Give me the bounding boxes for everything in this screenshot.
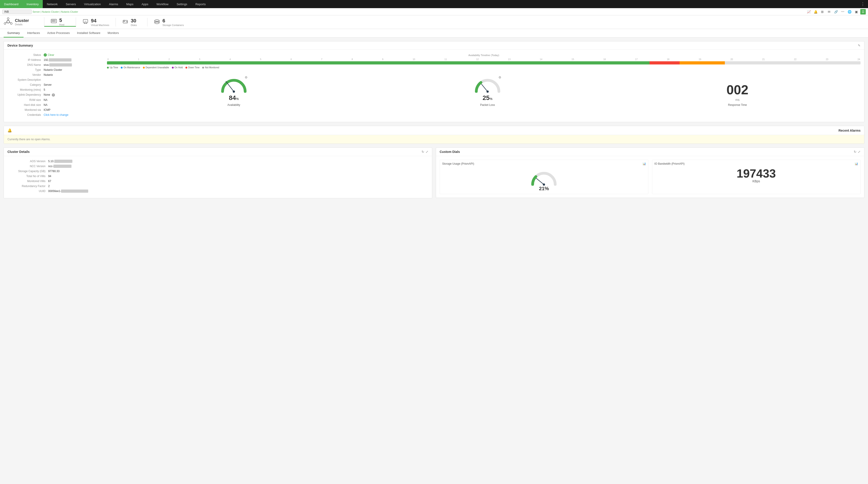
header-right-icons: 📈 🔔 ⊞ ✉ 🔗 〰 🌐 ▣ ☰	[806, 9, 866, 14]
chart-icon[interactable]: 📈	[806, 9, 811, 14]
cluster-header: Cluster Details 5 Host	[0, 16, 868, 29]
svg-point-3	[10, 23, 12, 24]
tab-monitors[interactable]: Monitors	[104, 29, 123, 37]
nav-virtualization[interactable]: Virtualization	[80, 0, 105, 8]
edit-icon[interactable]: ✎	[858, 44, 861, 47]
chart-bar-icon-2[interactable]: 📊	[855, 162, 858, 165]
custom-dials-actions: ↻ ⤢	[854, 150, 861, 154]
nav-servers[interactable]: Servers	[62, 0, 80, 8]
cluster-details-header: Cluster Details ↻ ⤢	[4, 148, 432, 156]
gauge-packet-svg-wrap: ⚙	[473, 74, 502, 93]
custom-dials-header: Custom Dials ↻ ⤢	[436, 148, 864, 156]
nav-maps[interactable]: Maps	[122, 0, 137, 8]
nav-settings[interactable]: Settings	[173, 0, 191, 8]
cluster-title-block: Cluster Details	[15, 18, 29, 26]
globe-icon[interactable]: 🌐	[847, 9, 852, 14]
cluster-details-actions: ↻ ⤢	[422, 150, 428, 154]
status-dot: ✓	[44, 53, 47, 57]
activity-icon[interactable]: 〰	[840, 9, 845, 14]
svg-rect-11	[53, 21, 54, 22]
refresh-icon[interactable]: ↻	[422, 150, 424, 154]
legend-uptime: Up Time	[107, 66, 118, 69]
legend-downtime: Down Time	[185, 66, 199, 69]
cluster-details-card: Cluster Details ↻ ⤢ AOS Version 5.10.xxx…	[4, 148, 432, 198]
dial-io-content: 197433 KBps	[654, 168, 858, 183]
tab-summary[interactable]: Summary	[4, 29, 24, 37]
ci-ncc-version: NCC Version ncc-xxxxxxxx	[7, 165, 428, 168]
recent-alarms-message: Currently there are no open Alarms.	[7, 138, 51, 141]
help-icon[interactable]: ?	[52, 93, 55, 97]
stat-disks[interactable]: SSD HDD 30 Disks	[116, 18, 148, 27]
nav-more-icon[interactable]: ⋮	[858, 0, 868, 8]
stat-vms[interactable]: VM 94 Virtual Machines	[76, 18, 116, 27]
link-icon[interactable]: 🔗	[833, 9, 839, 14]
mail-icon[interactable]: ✉	[827, 9, 832, 14]
timeline-bar	[107, 61, 861, 64]
bell-icon[interactable]: 🔔	[813, 9, 818, 14]
tab-interfaces[interactable]: Interfaces	[24, 29, 44, 37]
nav-apps[interactable]: Apps	[137, 0, 152, 8]
custom-dials-title: Custom Dials	[440, 150, 460, 154]
svg-line-29	[226, 82, 234, 92]
svg-rect-12	[55, 20, 55, 21]
dial-storage-header: Storage Usage (PrismAPI) 📊	[442, 162, 646, 165]
info-ram: RAM size NA	[7, 98, 102, 101]
info-credentials: Credentials Click here to change	[7, 113, 102, 117]
gauge-packet-loss: ⚙ 25% Packet Loss	[473, 74, 502, 107]
nav-dashboard[interactable]: Dashboard	[0, 0, 23, 8]
nav-inventory[interactable]: Inventory	[23, 0, 43, 8]
status-clear-badge: ✓ Clear	[44, 53, 54, 57]
gauges-row: ⚙ 84% Availability	[107, 72, 861, 107]
custom-dials-col: Custom Dials ↻ ⤢ Storage Usage (PrismAPI…	[436, 148, 864, 202]
terminal-icon[interactable]: ▣	[854, 9, 859, 14]
menu-icon[interactable]: ☰	[860, 9, 866, 14]
ci-monitored-vms: Monitored VMs 67	[7, 180, 428, 183]
info-vendor: Vendor Nutanix	[7, 73, 102, 77]
stat-vms-number: 94	[91, 18, 109, 24]
stat-storage[interactable]: 6 Storage Containers	[148, 18, 190, 27]
expand-dials-icon[interactable]: ⤢	[858, 150, 861, 154]
svg-line-33	[536, 178, 544, 185]
gauge-avail-value: 84%	[229, 94, 239, 101]
cluster-title: Cluster	[15, 18, 29, 23]
stat-disks-number: 30	[131, 18, 137, 24]
custom-dials-card: Custom Dials ↻ ⤢ Storage Usage (PrismAPI…	[436, 148, 864, 198]
nav-workflow[interactable]: Workflow	[152, 0, 173, 8]
svg-point-32	[487, 90, 489, 93]
ci-aos-version: AOS Version 5.10.xxxxxxxx	[7, 160, 428, 163]
custom-dials-body: Storage Usage (PrismAPI) 📊	[436, 156, 864, 198]
info-type: Type Nutanix Cluster	[7, 68, 102, 71]
dial-io-bandwidth: IO Bandwidth (PrismAPI) 📊 197433 KBps	[652, 160, 861, 194]
search-input[interactable]	[2, 9, 32, 14]
expand-icon[interactable]: ⤢	[426, 150, 428, 154]
stat-host[interactable]: 5 Host	[44, 18, 76, 27]
credentials-link[interactable]: Click here to change	[44, 113, 68, 117]
io-bandwidth-unit: KBps	[752, 179, 760, 183]
stat-storage-label: Storage Containers	[162, 24, 184, 27]
grid-icon[interactable]: ⊞	[819, 9, 825, 14]
gauge-packet-icon[interactable]: ⚙	[498, 75, 501, 79]
svg-point-21	[126, 21, 127, 22]
legend-dependent: Dependent Unavailable	[143, 66, 169, 69]
nav-network[interactable]: Network	[43, 0, 62, 8]
svg-point-0	[7, 20, 9, 23]
stat-host-number: 5	[59, 18, 64, 23]
svg-point-2	[4, 23, 6, 24]
nav-reports[interactable]: Reports	[191, 0, 210, 8]
nav-alarms[interactable]: Alarms	[105, 0, 122, 8]
legend-notmonitored: Not Monitored	[202, 66, 219, 69]
chart-bar-icon[interactable]: 📊	[643, 162, 646, 165]
recent-alarms-title: Recent Alarms	[838, 129, 861, 132]
refresh-dials-icon[interactable]: ↻	[854, 150, 857, 154]
sub-header: Server | Nutanix Cluster | Nutanix-Clust…	[0, 8, 868, 16]
svg-point-24	[155, 20, 159, 22]
gauge-avail-icon[interactable]: ⚙	[245, 75, 248, 79]
breadcrumb: Server | Nutanix Cluster | Nutanix-Clust…	[33, 10, 78, 13]
cluster-details-title: Cluster Details	[7, 150, 30, 154]
tab-installed-software[interactable]: Installed Software	[73, 29, 104, 37]
ci-redundancy: Redundancy Factor 2	[7, 185, 428, 188]
svg-rect-13	[55, 21, 55, 22]
svg-text:VM: VM	[84, 21, 86, 22]
svg-rect-10	[53, 20, 54, 21]
tab-active-processes[interactable]: Active Processes	[44, 29, 73, 37]
